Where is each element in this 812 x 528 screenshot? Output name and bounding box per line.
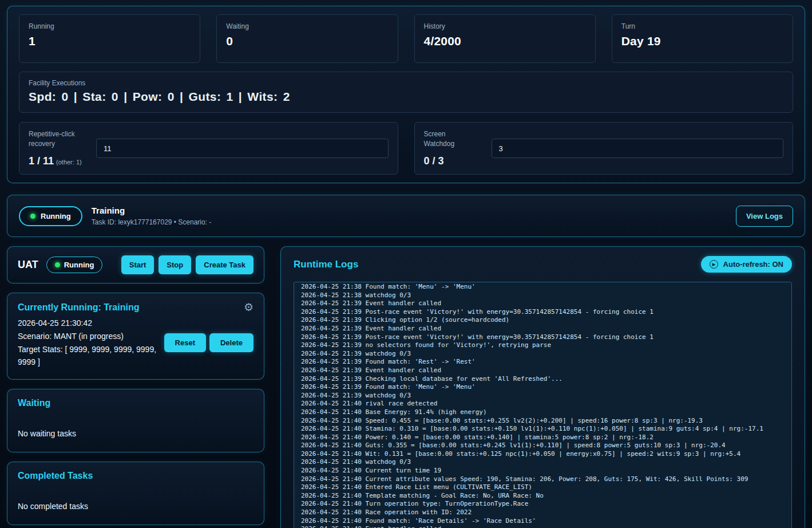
- task-subtitle: Task ID: lexyk1777167029 • Scenario: -: [92, 218, 212, 226]
- left-column: UAT Running Start Stop Create Task Curre…: [7, 246, 264, 525]
- auto-refresh-label: Auto-refresh: ON: [723, 260, 783, 269]
- log-line: 2026-04-25 21:39 Post-race event 'Victor…: [301, 308, 785, 317]
- watchdog-value: 0 / 3: [424, 155, 481, 167]
- view-logs-button[interactable]: View Logs: [736, 206, 793, 227]
- stat-card-history: History 4/2000: [414, 14, 596, 63]
- log-line: 2026-04-25 21:40 Base Energy: 91.4% (hig…: [301, 408, 785, 417]
- log-line: 2026-04-25 21:40 Speed: 0.455 = [base:0.…: [301, 417, 785, 425]
- task-target-stats: Target Stats: [ 9999, 9999, 9999, 9999, …: [18, 343, 164, 369]
- stat-label: Turn: [621, 22, 783, 30]
- repetitive-click-recovery-card: Repetitive-click recovery 1 / 11(other: …: [19, 122, 398, 175]
- recovery-label: Repetitive-click recovery: [29, 129, 81, 149]
- log-line: 2026-04-25 21:39 Found match: 'Rest' -> …: [301, 358, 785, 367]
- uat-title: UAT: [18, 259, 38, 271]
- stat-value: 0: [226, 34, 388, 48]
- log-line: 2026-04-25 21:40 Wit: 0.131 = [base:0.00…: [301, 450, 785, 459]
- recovery-value: 1 / 11(other: 1): [29, 155, 86, 167]
- task-title: Training: [92, 206, 212, 215]
- stat-card-waiting: Waiting 0: [216, 14, 398, 63]
- log-line: 2026-04-25 21:39 Checking local database…: [301, 375, 785, 384]
- currently-running-panel: Currently Running: Training ⚙ 2026-04-25…: [7, 293, 264, 380]
- uat-button-group: Start Stop Create Task: [121, 255, 253, 274]
- log-line: 2026-04-25 21:40 rival race detected: [301, 400, 785, 408]
- runtime-logs-panel: Runtime Logs ▶ Auto-refresh: ON 2026-04-…: [280, 246, 805, 528]
- task-start-time: 2026-04-25 21:30:42: [18, 318, 253, 328]
- recovery-limit-input[interactable]: [96, 139, 389, 158]
- log-line: 2026-04-25 21:40 Guts: 0.355 = [base:0.0…: [301, 442, 785, 450]
- log-line: 2026-04-25 21:39 Post-race event 'Victor…: [301, 333, 785, 342]
- log-line: 2026-04-25 21:40 Entered Race List menu …: [301, 483, 785, 492]
- facility-label: Facility Executions: [29, 79, 783, 87]
- stat-label: History: [424, 22, 586, 30]
- log-line: 2026-04-25 21:38 watchdog 0/3: [301, 291, 785, 300]
- log-line: 2026-04-25 21:40 Current attribute value…: [301, 475, 785, 484]
- stat-value: Day 19: [621, 34, 783, 48]
- log-line: 2026-04-25 21:39 Found match: 'Menu' -> …: [301, 383, 785, 392]
- status-dot-icon: [55, 262, 60, 267]
- status-dot-icon: [30, 214, 35, 219]
- recovery-count: 1 / 11: [29, 155, 54, 167]
- screen-watchdog-card: Screen Watchdog 0 / 3: [414, 122, 794, 175]
- play-icon: ▶: [710, 260, 718, 269]
- log-line: 2026-04-25 21:39 watchdog 0/3: [301, 392, 785, 400]
- log-line: 2026-04-25 21:39 no selectors found for …: [301, 341, 785, 350]
- right-column: Runtime Logs ▶ Auto-refresh: ON 2026-04-…: [280, 246, 805, 528]
- completed-empty-text: No completed tasks: [18, 502, 253, 511]
- log-line: 2026-04-25 21:38 Found match: 'Menu' -> …: [301, 283, 785, 291]
- active-task-banner: Running Training Task ID: lexyk177716702…: [7, 195, 805, 237]
- start-button[interactable]: Start: [121, 255, 155, 274]
- main-area: UAT Running Start Stop Create Task Curre…: [7, 246, 805, 528]
- task-action-buttons: Reset Delete: [164, 333, 253, 352]
- uat-status-text: Running: [64, 261, 94, 269]
- stats-panel: Running 1 Waiting 0 History 4/2000 Turn …: [7, 6, 805, 183]
- log-line: 2026-04-25 21:40 Turn operation type: Tu…: [301, 500, 785, 509]
- log-line: 2026-04-25 21:40 Power: 0.140 = [base:0.…: [301, 434, 785, 442]
- stat-label: Waiting: [226, 22, 388, 30]
- runtime-logs-title: Runtime Logs: [294, 259, 358, 270]
- auto-refresh-toggle[interactable]: ▶ Auto-refresh: ON: [701, 256, 792, 273]
- counter-grid: Repetitive-click recovery 1 / 11(other: …: [19, 122, 793, 175]
- log-line: 2026-04-25 21:40 Race operation with ID:…: [301, 509, 785, 517]
- uat-status-badge: Running: [46, 257, 103, 273]
- log-line: 2026-04-25 21:40 Template matching - Goa…: [301, 492, 785, 501]
- stat-card-running: Running 1: [19, 14, 200, 63]
- log-line: 2026-04-25 21:40 Event handler called: [301, 525, 785, 528]
- watchdog-label: Screen Watchdog: [424, 129, 477, 149]
- log-line: 2026-04-25 21:39 Clicking option 1/2 (so…: [301, 316, 785, 325]
- log-line: 2026-04-25 21:40 watchdog 0/3: [301, 458, 785, 467]
- waiting-empty-text: No waiting tasks: [18, 429, 253, 438]
- gear-icon[interactable]: ⚙: [244, 302, 253, 313]
- recovery-note: (other: 1): [56, 159, 82, 166]
- delete-button[interactable]: Delete: [209, 333, 253, 352]
- stat-card-turn: Turn Day 19: [612, 14, 793, 63]
- waiting-panel-title: Waiting: [18, 398, 253, 408]
- stat-label: Running: [29, 22, 191, 30]
- log-line: 2026-04-25 21:40 Found match: 'Race Deta…: [301, 517, 785, 526]
- facility-executions-card: Facility Executions Spd: 0 | Sta: 0 | Po…: [19, 72, 793, 113]
- log-line: 2026-04-25 21:39 Event handler called: [301, 300, 785, 308]
- status-badge: Running: [19, 206, 82, 226]
- create-task-button[interactable]: Create Task: [196, 255, 253, 274]
- stat-value: 4/2000: [424, 34, 586, 48]
- task-scenario: Scenario: MANT (in progress): [18, 330, 164, 343]
- completed-panel-title: Completed Tasks: [18, 471, 253, 481]
- stat-value: 1: [29, 34, 191, 48]
- banner-task-info: Training Task ID: lexyk1777167029 • Scen…: [92, 206, 212, 226]
- stop-button[interactable]: Stop: [159, 255, 191, 274]
- status-text: Running: [41, 212, 71, 220]
- reset-button[interactable]: Reset: [164, 333, 206, 352]
- facility-value: Spd: 0 | Sta: 0 | Pow: 0 | Guts: 1 | Wit…: [29, 90, 783, 104]
- log-output[interactable]: 2026-04-25 21:38 Found match: 'Menu' -> …: [294, 282, 792, 528]
- log-line: 2026-04-25 21:40 Current turn time 19: [301, 467, 785, 475]
- watchdog-limit-input[interactable]: [492, 139, 784, 158]
- waiting-tasks-panel: Waiting No waiting tasks: [7, 389, 264, 452]
- currently-running-title: Currently Running: Training: [18, 302, 139, 313]
- uat-control-panel: UAT Running Start Stop Create Task: [7, 246, 264, 283]
- completed-tasks-panel: Completed Tasks No completed tasks: [7, 462, 264, 525]
- log-line: 2026-04-25 21:39 watchdog 0/3: [301, 350, 785, 358]
- log-line: 2026-04-25 21:40 Stamina: 0.310 = [base:…: [301, 425, 785, 434]
- stat-grid: Running 1 Waiting 0 History 4/2000 Turn …: [19, 14, 793, 63]
- log-line: 2026-04-25 21:39 Event handler called: [301, 367, 785, 375]
- log-line: 2026-04-25 21:39 Event handler called: [301, 325, 785, 333]
